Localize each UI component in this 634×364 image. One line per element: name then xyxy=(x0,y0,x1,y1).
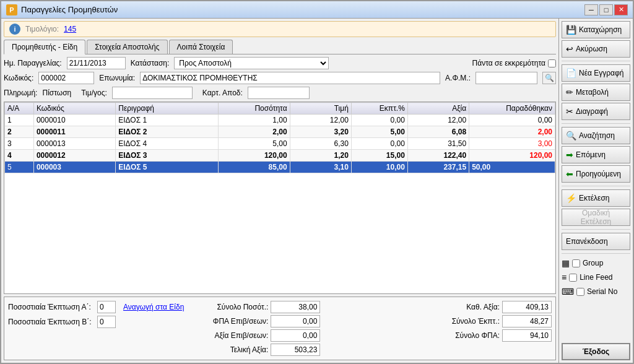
table-row[interactable]: 1 0000010 ΕΙΔΟΣ 1 1,00 12,00 0,00 12,00 … xyxy=(5,115,555,126)
btn-proigoumeni[interactable]: ⬅ Προηγούμενη xyxy=(562,165,630,183)
tab-promitheftis[interactable]: Προμηθευτής - Είδη xyxy=(4,40,85,54)
cell-aa: 3 xyxy=(5,138,34,150)
synolo-fpa-value: 94,10 xyxy=(502,329,552,342)
cell-desc: ΕΙΔΟΣ 2 xyxy=(116,126,218,138)
group-option: ▦ Group xyxy=(562,257,630,269)
edit-icon: ✏ xyxy=(566,87,573,97)
nav-link[interactable]: Αναγωγή στα Είδη xyxy=(123,303,184,311)
tab-loipa[interactable]: Λοιπά Στοιχεία xyxy=(169,40,233,54)
table-row[interactable]: 4 0000012 ΕΙΔΟΣ 3 120,00 1,20 15,00 122,… xyxy=(5,150,555,162)
linefeed-icon: ≡ xyxy=(562,272,567,282)
timyos-label: Τιμ/γος: xyxy=(81,89,107,97)
serial-checkbox[interactable] xyxy=(576,288,584,296)
form-row-2: Κωδικός: Επωνυμία: Α.Φ.Μ.: 🔍 xyxy=(4,72,556,84)
col-aa: Α/Α xyxy=(5,103,34,115)
prev-icon: ⬅ xyxy=(566,169,573,179)
timologio-link[interactable]: 145 xyxy=(64,25,76,33)
cell-code: 0000012 xyxy=(33,150,115,162)
serial-label: Serial No xyxy=(587,287,617,296)
title-bar: P Παραγγελίες Προμηθευτών ─ □ ✕ xyxy=(1,1,633,19)
afm-label: Α.Φ.Μ.: xyxy=(445,74,471,82)
btn-epomeni[interactable]: ➡ Επόμενη xyxy=(562,146,630,163)
cell-price: 1,20 xyxy=(290,150,351,162)
items-table: Α/Α Κωδικός Περιγραφή Ποσότητα Τιμή Εκπτ… xyxy=(4,102,555,173)
cell-qty: 5,00 xyxy=(218,138,290,150)
spacer xyxy=(562,300,630,341)
btn-diagrafi[interactable]: ✂ Διαγραφή xyxy=(562,103,630,120)
axia-epib-label: Αξία Επιβ/σεων: xyxy=(194,331,268,340)
cell-value: 31,50 xyxy=(407,138,469,150)
table-row[interactable]: 2 0000011 ΕΙΔΟΣ 2 2,00 3,20 5,00 6,08 2,… xyxy=(5,126,555,138)
cell-disc: 5,00 xyxy=(351,126,407,138)
cell-value: 122,40 xyxy=(407,150,469,162)
cell-delivered: 2,00 xyxy=(469,126,555,138)
cell-price: 6,30 xyxy=(290,138,351,150)
afm-search-button[interactable]: 🔍 xyxy=(542,72,556,84)
timyos-input[interactable] xyxy=(112,87,193,99)
synola-section: Σύνολο Ποσότ.: 38,00 ΦΠΑ Επιβ/σεων: 0,00… xyxy=(194,301,320,356)
kart-input[interactable] xyxy=(248,87,310,99)
cell-aa: 5 xyxy=(5,162,34,173)
exit-button[interactable]: Έξοδος xyxy=(562,343,630,360)
kart-label: Καρτ. Αποδ: xyxy=(202,89,243,97)
status-select[interactable]: Προς Αποστολή xyxy=(174,57,329,69)
close-button[interactable]: ✕ xyxy=(614,4,628,15)
cell-code: 000003 xyxy=(33,162,115,173)
table-row[interactable]: 3 0000013 ΕΙΔΟΣ 4 5,00 6,30 0,00 31,50 3… xyxy=(5,138,555,150)
tab-apostolis[interactable]: Στοιχεία Αποστολής xyxy=(87,40,167,54)
app-icon: P xyxy=(6,4,17,15)
separator-5 xyxy=(562,253,630,254)
cell-price: 12,00 xyxy=(290,115,351,126)
teliki-axia-value: 503,23 xyxy=(271,344,320,356)
posos-a-input[interactable] xyxy=(97,301,116,313)
always-pending-checkbox[interactable] xyxy=(548,59,556,67)
btn-epanekdosi[interactable]: Επανέκδοση xyxy=(562,233,630,250)
table-row[interactable]: 5 000003 ΕΙΔΟΣ 5 85,00 3,10 10,00 237,15… xyxy=(5,162,555,173)
axia-epib-row: Αξία Επιβ/σεων: 0,00 xyxy=(194,329,320,342)
cell-aa: 1 xyxy=(5,115,34,126)
btn-epanekdosi-label: Επανέκδοση xyxy=(566,237,608,246)
minimize-button[interactable]: ─ xyxy=(584,4,598,15)
company-input[interactable] xyxy=(140,72,440,84)
synolo-fpa-row: Σύνολο ΦΠΑ: 94,10 xyxy=(425,329,552,342)
btn-kataxorisi[interactable]: 💾 Καταχώρηση xyxy=(562,21,630,38)
delete-icon: ✂ xyxy=(566,106,573,116)
date-input[interactable] xyxy=(67,57,126,69)
cell-code: 0000011 xyxy=(33,126,115,138)
kath-axia-value: 409,13 xyxy=(502,301,552,313)
cell-qty: 1,00 xyxy=(218,115,290,126)
new-icon: 📄 xyxy=(566,68,576,78)
status-label: Κατάσταση: xyxy=(131,59,170,67)
next-icon: ➡ xyxy=(566,150,573,160)
cell-delivered: 3,00 xyxy=(469,138,555,150)
form-row-3: Πληρωμή: Πίστωση Τιμ/γος: Καρτ. Αποδ: xyxy=(4,87,556,99)
btn-ektelesi[interactable]: ⚡ Εκτέλεση xyxy=(562,189,630,207)
tab-bar: Προμηθευτής - Είδη Στοιχεία Αποστολής Λο… xyxy=(4,40,556,54)
linefeed-checkbox[interactable] xyxy=(569,274,577,282)
code-input[interactable] xyxy=(38,72,94,84)
btn-ektelesi-label: Εκτέλεση xyxy=(579,194,610,202)
timologio-label: Τιμολόγιο: xyxy=(25,25,59,33)
btn-akyrosi[interactable]: ↩ Ακύρωση xyxy=(562,40,630,58)
group-checkbox[interactable] xyxy=(572,259,580,267)
btn-metavoli[interactable]: ✏ Μεταβολή xyxy=(562,84,630,101)
linefeed-label: Line Feed xyxy=(580,273,612,282)
cell-value: 237,15 xyxy=(407,162,469,173)
code-label: Κωδικός: xyxy=(4,74,33,82)
cell-delivered: 0,00 xyxy=(469,115,555,126)
posos-b-label: Ποσοστιαία Έκπτωση Β΄: xyxy=(8,318,95,326)
cell-desc: ΕΙΔΟΣ 4 xyxy=(116,138,218,150)
btn-nea[interactable]: 📄 Νέα Εγγραφή xyxy=(562,64,630,82)
serial-icon: ⌨ xyxy=(562,287,574,297)
btn-omadiki: Ομαδική Εκτέλεση xyxy=(562,209,630,226)
posos-b-input[interactable] xyxy=(97,316,116,328)
maximize-button[interactable]: □ xyxy=(599,4,613,15)
cell-delivered: 50,00 xyxy=(469,162,555,173)
cell-qty: 2,00 xyxy=(218,126,290,138)
cell-disc: 0,00 xyxy=(351,115,407,126)
synolo-fpa-label: Σύνολο ΦΠΑ: xyxy=(425,331,500,340)
cell-value: 6,08 xyxy=(407,126,469,138)
afm-input[interactable] xyxy=(476,72,537,84)
btn-anazitisi[interactable]: 🔍 Αναζήτηση xyxy=(562,127,630,144)
teliki-axia-label: Τελική Αξία: xyxy=(194,345,268,354)
